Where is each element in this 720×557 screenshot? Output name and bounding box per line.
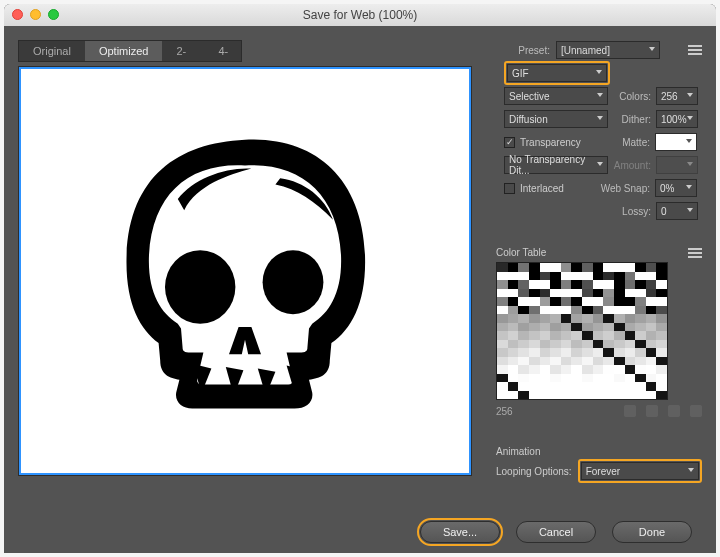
color-swatch[interactable]	[625, 323, 636, 332]
color-swatch[interactable]	[529, 289, 540, 298]
color-swatch[interactable]	[518, 382, 529, 391]
color-swatch[interactable]	[635, 365, 646, 374]
color-swatch[interactable]	[625, 348, 636, 357]
color-swatch[interactable]	[625, 263, 636, 272]
color-swatch[interactable]	[625, 306, 636, 315]
color-swatch[interactable]	[518, 272, 529, 281]
color-swatch[interactable]	[614, 391, 625, 400]
color-swatch[interactable]	[529, 340, 540, 349]
color-swatch[interactable]	[614, 340, 625, 349]
color-swatch[interactable]	[561, 340, 572, 349]
color-swatch[interactable]	[508, 306, 519, 315]
color-swatch[interactable]	[646, 314, 657, 323]
color-swatch[interactable]	[497, 340, 508, 349]
color-swatch[interactable]	[614, 323, 625, 332]
color-swatch[interactable]	[571, 331, 582, 340]
color-swatch[interactable]	[529, 314, 540, 323]
color-swatch[interactable]	[550, 357, 561, 366]
color-swatch[interactable]	[582, 272, 593, 281]
color-swatch[interactable]	[550, 272, 561, 281]
color-swatch[interactable]	[529, 323, 540, 332]
color-swatch[interactable]	[593, 263, 604, 272]
color-swatch[interactable]	[656, 365, 667, 374]
tab-optimized[interactable]: Optimized	[85, 41, 163, 61]
color-swatch[interactable]	[571, 272, 582, 281]
color-swatch[interactable]	[582, 340, 593, 349]
colors-select[interactable]: 256	[656, 87, 698, 105]
color-swatch[interactable]	[593, 289, 604, 298]
color-swatch[interactable]	[518, 314, 529, 323]
color-swatch[interactable]	[561, 323, 572, 332]
color-swatch[interactable]	[529, 331, 540, 340]
color-swatch[interactable]	[656, 323, 667, 332]
color-swatch[interactable]	[656, 348, 667, 357]
color-swatch[interactable]	[646, 272, 657, 281]
color-swatch[interactable]	[635, 272, 646, 281]
color-swatch[interactable]	[518, 391, 529, 400]
color-swatch[interactable]	[656, 314, 667, 323]
color-swatch[interactable]	[529, 306, 540, 315]
color-swatch[interactable]	[518, 263, 529, 272]
color-swatch[interactable]	[635, 340, 646, 349]
transparency-checkbox[interactable]	[504, 137, 515, 148]
color-swatch[interactable]	[593, 331, 604, 340]
color-swatch[interactable]	[550, 331, 561, 340]
color-swatch[interactable]	[614, 263, 625, 272]
color-swatch[interactable]	[646, 348, 657, 357]
color-swatch[interactable]	[656, 289, 667, 298]
color-swatch[interactable]	[571, 357, 582, 366]
color-swatch[interactable]	[593, 297, 604, 306]
color-swatch[interactable]	[540, 323, 551, 332]
color-swatch[interactable]	[646, 391, 657, 400]
color-swatch[interactable]	[582, 289, 593, 298]
color-swatch[interactable]	[561, 306, 572, 315]
color-swatch[interactable]	[582, 323, 593, 332]
color-swatch[interactable]	[582, 357, 593, 366]
color-swatch[interactable]	[656, 340, 667, 349]
color-swatch[interactable]	[550, 382, 561, 391]
looping-options-select[interactable]: Forever	[581, 462, 699, 480]
tab-original[interactable]: Original	[19, 41, 85, 61]
color-swatch[interactable]	[625, 272, 636, 281]
color-swatch[interactable]	[593, 340, 604, 349]
color-swatch[interactable]	[646, 297, 657, 306]
color-swatch[interactable]	[497, 289, 508, 298]
color-swatch[interactable]	[561, 280, 572, 289]
color-swatch[interactable]	[540, 357, 551, 366]
color-swatch[interactable]	[518, 323, 529, 332]
color-swatch[interactable]	[571, 382, 582, 391]
color-swatch[interactable]	[529, 263, 540, 272]
color-swatch[interactable]	[529, 272, 540, 281]
interlaced-checkbox[interactable]	[504, 183, 515, 194]
color-swatch[interactable]	[625, 289, 636, 298]
color-swatch[interactable]	[508, 331, 519, 340]
color-swatch[interactable]	[561, 289, 572, 298]
color-swatch[interactable]	[571, 306, 582, 315]
color-swatch[interactable]	[518, 331, 529, 340]
color-swatch[interactable]	[540, 280, 551, 289]
color-swatch[interactable]	[614, 382, 625, 391]
color-swatch[interactable]	[635, 280, 646, 289]
color-swatch[interactable]	[561, 357, 572, 366]
tab-4up[interactable]: 4-Up	[205, 41, 247, 61]
color-swatch[interactable]	[508, 365, 519, 374]
color-swatch[interactable]	[497, 374, 508, 383]
color-swatch[interactable]	[529, 365, 540, 374]
color-swatch[interactable]	[593, 272, 604, 281]
color-swatch[interactable]	[656, 272, 667, 281]
color-swatch[interactable]	[518, 306, 529, 315]
color-swatch[interactable]	[497, 314, 508, 323]
color-swatch[interactable]	[656, 280, 667, 289]
color-swatch[interactable]	[518, 340, 529, 349]
format-select[interactable]: GIF	[507, 64, 607, 82]
color-swatch[interactable]	[497, 263, 508, 272]
color-swatch[interactable]	[529, 357, 540, 366]
color-swatch[interactable]	[571, 323, 582, 332]
color-swatch[interactable]	[635, 391, 646, 400]
color-swatch[interactable]	[561, 297, 572, 306]
color-swatch[interactable]	[635, 263, 646, 272]
preset-select[interactable]: [Unnamed]	[556, 41, 660, 59]
color-swatch[interactable]	[550, 306, 561, 315]
color-swatch[interactable]	[529, 297, 540, 306]
color-swatch[interactable]	[550, 348, 561, 357]
